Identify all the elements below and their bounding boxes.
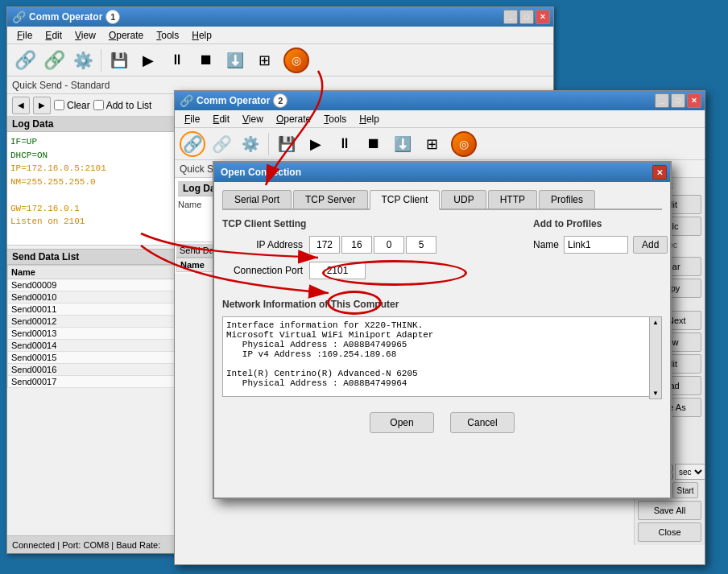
tab-udp[interactable]: UDP [441, 190, 486, 209]
window1-controls: _ □ ✕ [503, 10, 550, 24]
menu2-operate[interactable]: Operate [270, 112, 317, 126]
window1-title: Comm Operator [29, 11, 102, 23]
dialog-tabs: Serial Port TCP Server TCP Client UDP HT… [222, 190, 662, 210]
window1-log-panel: Log Data IF=UP DHCP=ON IP=172.16.0.5:210… [7, 117, 176, 246]
toolbar1-save[interactable]: 💾 [106, 47, 132, 73]
right-close-btn[interactable]: Close [638, 522, 701, 542]
window1-toolbar: 🔗 🔗 ⚙️ 💾 ▶ ⏸ ⏹ ⬇️ ⊞ ◎ [7, 44, 553, 76]
tcp-client-section: TCP Client Setting IP Address Connection… [222, 218, 662, 287]
log-line-1: IF=UP [10, 135, 172, 149]
nav1-addtolist-checkbox[interactable] [93, 100, 104, 110]
toolbar1-connect[interactable]: 🔗 [12, 47, 38, 73]
send-name-col: Name [178, 200, 201, 209]
ip-label: IP Address [222, 239, 303, 250]
port-input[interactable] [309, 262, 366, 279]
network-info-section: Network Information of This Computer Int… [222, 299, 662, 399]
name-label: Name [533, 239, 559, 250]
toolbar1-target[interactable]: ◎ [283, 47, 309, 73]
nav1-clear-checkbox[interactable] [54, 100, 64, 110]
scroll-down[interactable]: ▼ [652, 390, 659, 397]
nav1-forward[interactable]: ▶ [33, 97, 51, 114]
menu2-help[interactable]: Help [353, 112, 386, 126]
menu1-view[interactable]: View [68, 28, 102, 43]
menu1-file[interactable]: File [10, 28, 39, 43]
start-btn[interactable]: Start [672, 482, 697, 498]
menu1-help[interactable]: Help [185, 28, 218, 43]
menu1-edit[interactable]: Edit [39, 28, 68, 43]
toolbar1-download[interactable]: ⬇️ [222, 47, 248, 73]
network-info-header: Network Information of This Computer [222, 299, 662, 310]
window1-minimize-btn[interactable]: _ [503, 10, 518, 24]
dialog-title: Open Connection [221, 167, 301, 178]
window1-title-icon: 🔗 [12, 10, 26, 23]
toolbar2-settings[interactable]: ⚙️ [238, 131, 263, 157]
toolbar1-sep1 [101, 49, 101, 72]
log-content: IF=UP DHCP=ON IP=172.16.0.5:2101 NM=255.… [7, 132, 176, 232]
cancel-btn[interactable]: Cancel [450, 412, 515, 433]
tcp-section-header: TCP Client Setting [222, 218, 517, 229]
window1-menubar: File Edit View Operate Tools Help [7, 27, 553, 44]
log-line-5 [10, 188, 172, 202]
nav1-back[interactable]: ◀ [12, 97, 30, 114]
toolbar1-stop[interactable]: ⏹ [193, 47, 219, 73]
menu2-view[interactable]: View [236, 112, 270, 126]
menu1-tools[interactable]: Tools [150, 28, 185, 43]
profile-name-input[interactable] [564, 236, 628, 254]
port-row: Connection Port [222, 262, 517, 279]
tab-tcp-client[interactable]: TCP Client [370, 190, 441, 210]
toolbar1-settings[interactable]: ⚙️ [70, 47, 96, 73]
window1-maximize-btn[interactable]: □ [519, 10, 534, 24]
menu1-operate[interactable]: Operate [102, 28, 150, 43]
open-btn[interactable]: Open [370, 412, 434, 433]
window2-maximize-btn[interactable]: □ [671, 93, 685, 108]
port-label: Connection Port [222, 265, 303, 276]
window1-titlebar: 🔗 Comm Operator 1 _ □ ✕ [7, 7, 553, 27]
toolbar2-save[interactable]: 💾 [274, 131, 300, 157]
toolbar2-stop[interactable]: ⏹ [361, 131, 387, 157]
window2-controls: _ □ ✕ [655, 93, 701, 108]
dialog-close-btn[interactable]: ✕ [652, 165, 667, 180]
log-line-6: GW=172.16.0.1 [10, 202, 172, 216]
tab-serial-port[interactable]: Serial Port [222, 190, 292, 209]
menu2-file[interactable]: File [178, 112, 206, 126]
window2-close-btn[interactable]: ✕ [687, 93, 701, 108]
dialog-buttons: Open Cancel [222, 412, 662, 433]
add-profile-btn[interactable]: Add [633, 236, 668, 254]
interval-unit-select[interactable]: sec ms [675, 464, 705, 480]
toolbar1-play[interactable]: ▶ [135, 47, 161, 73]
toolbar2-target[interactable]: ◎ [451, 131, 477, 157]
ip-octet-4[interactable] [406, 236, 436, 254]
toolbar2-play[interactable]: ▶ [303, 131, 329, 157]
tab-profiles[interactable]: Profiles [539, 190, 595, 209]
toolbar1-pause[interactable]: ⏸ [164, 47, 190, 73]
toolbar2-pause[interactable]: ⏸ [332, 131, 358, 157]
tcp-main: TCP Client Setting IP Address Connection… [222, 218, 517, 287]
ip-octet-1[interactable] [309, 236, 340, 254]
open-connection-dialog: Open Connection ✕ Serial Port TCP Server… [213, 161, 672, 499]
toolbar2-connect[interactable]: 🔗 [180, 131, 205, 157]
tab-tcp-server[interactable]: TCP Server [293, 190, 367, 209]
scroll-up[interactable]: ▲ [652, 319, 659, 326]
menu2-tools[interactable]: Tools [317, 112, 353, 126]
dialog-content: Serial Port TCP Server TCP Client UDP HT… [214, 182, 670, 441]
nav1-clear-check: Clear [54, 100, 90, 111]
toolbar1-disconnect[interactable]: 🔗 [41, 47, 67, 73]
ip-octet-2[interactable] [341, 236, 372, 254]
toolbar1-grid[interactable]: ⊞ [251, 47, 277, 73]
menu2-edit[interactable]: Edit [206, 112, 236, 126]
profiles-header: Add to Profiles [533, 218, 662, 229]
ip-octet-3[interactable] [374, 236, 404, 254]
right-saveall-btn[interactable]: Save All [638, 501, 701, 520]
toolbar2-grid[interactable]: ⊞ [419, 131, 445, 157]
network-info-textarea[interactable]: Interface information for X220-THINK. Mi… [222, 316, 662, 397]
window2-minimize-btn[interactable]: _ [655, 93, 669, 108]
window1-close-btn[interactable]: ✕ [536, 10, 550, 24]
log-line-7: Listen on 2101 [10, 215, 172, 229]
toolbar2-disconnect[interactable]: 🔗 [209, 131, 234, 157]
toolbar2-download[interactable]: ⬇️ [390, 131, 416, 157]
nav1-addtolist-check: Add to List [93, 100, 152, 111]
dialog-titlebar: Open Connection ✕ [214, 163, 670, 182]
window2-title: Comm Operator [196, 95, 270, 106]
toolbar2-sep1 [268, 133, 269, 155]
tab-http[interactable]: HTTP [488, 190, 537, 209]
